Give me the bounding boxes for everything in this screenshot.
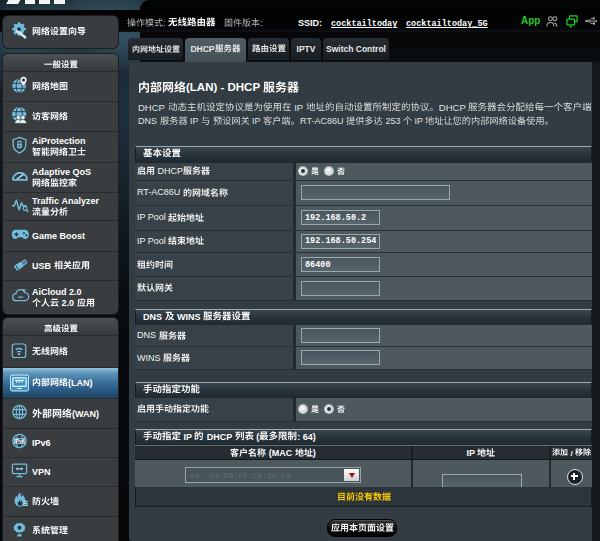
- svg-text:IPv6: IPv6: [14, 438, 25, 444]
